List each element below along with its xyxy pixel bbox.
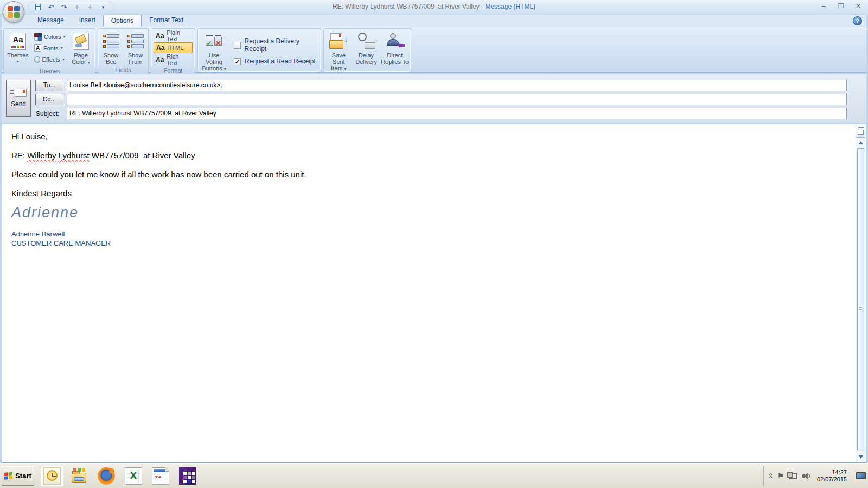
group-label-themes: Themes bbox=[4, 67, 95, 75]
plain-text-icon: Aa bbox=[156, 32, 164, 40]
themes-icon: Aa bbox=[10, 33, 26, 50]
start-button[interactable]: Start bbox=[2, 466, 34, 486]
close-button[interactable]: ✕ bbox=[853, 2, 864, 10]
taskbar-grid-app-button[interactable] bbox=[176, 466, 199, 486]
signature-title: CUSTOMER CARE MANAGER bbox=[11, 239, 844, 248]
taskbar-firefox-button[interactable] bbox=[95, 466, 118, 486]
group-label-fields: Fields bbox=[98, 66, 148, 74]
subject-field[interactable]: RE: Willerby Lydhurst WB7757/009 at Rive… bbox=[67, 108, 847, 119]
cc-button[interactable]: Cc... bbox=[35, 94, 63, 105]
ribbon: Aa Themes ▾ Colors▾ A Fonts▾ Effe bbox=[2, 27, 866, 73]
cc-field[interactable] bbox=[67, 94, 847, 105]
tab-options[interactable]: Options bbox=[103, 15, 142, 27]
send-icon bbox=[10, 89, 27, 98]
taskbar: Start X 9:4 ^^ ⚑ bbox=[0, 463, 868, 488]
taskbar-report-app-button[interactable]: 9:4 bbox=[149, 466, 172, 486]
save-sent-item-icon: ↓ bbox=[329, 33, 348, 50]
request-read-receipt-checkbox[interactable]: ✓ Request a Read Receipt bbox=[234, 57, 319, 65]
system-tray: ^^ ⚑ 14:27 02/07/2015 bbox=[763, 466, 868, 486]
effects-icon bbox=[34, 56, 40, 63]
page-color-icon bbox=[73, 33, 89, 50]
outlook-message-window: ↶ ↷ ▾ RE: Willerby Lydhurst WB7757/009 a… bbox=[0, 0, 868, 488]
dropdown-arrow-icon: ▾ bbox=[17, 59, 19, 65]
signature-script: Adrienne bbox=[11, 208, 844, 217]
delay-delivery-button[interactable]: Delay Delivery bbox=[354, 30, 379, 73]
report-app-icon: 9:4 bbox=[152, 467, 169, 485]
folder-icon bbox=[71, 467, 88, 485]
windows-logo-icon bbox=[4, 472, 13, 480]
request-delivery-receipt-checkbox[interactable]: Request a Delivery Receipt bbox=[234, 37, 319, 53]
show-from-button[interactable]: Show From bbox=[124, 30, 146, 65]
rich-text-icon: Aa bbox=[156, 56, 164, 63]
body-paragraph: Kindest Regards bbox=[11, 189, 844, 198]
ribbon-tab-row: Message Insert Options Format Text ? bbox=[2, 15, 866, 27]
office-logo-icon bbox=[8, 6, 20, 18]
excel-icon: X bbox=[125, 467, 142, 485]
taskbar-excel-button[interactable]: X bbox=[122, 466, 145, 486]
body-paragraph: RE: Willerby Lydhurst WB7757/009 at Rive… bbox=[11, 151, 844, 160]
tray-date: 02/07/2015 bbox=[817, 476, 847, 483]
message-body[interactable]: Hi Louise, RE: Willerby Lydhurst WB7757/… bbox=[2, 124, 866, 463]
volume-icon[interactable] bbox=[802, 473, 810, 479]
delivery-receipt-checkbox-box[interactable] bbox=[234, 42, 240, 49]
tab-format-text[interactable]: Format Text bbox=[142, 15, 191, 27]
direct-replies-to-button[interactable]: ⬅ Direct Replies To bbox=[380, 30, 409, 73]
restore-button[interactable]: ❐ bbox=[835, 2, 846, 10]
tray-clock[interactable]: 14:27 02/07/2015 bbox=[817, 469, 847, 483]
show-desktop-icon bbox=[856, 472, 866, 479]
taskbar-explorer-button[interactable] bbox=[68, 466, 91, 486]
show-from-icon bbox=[127, 33, 144, 49]
group-format: Aa Plain Text Aa HTML Aa Rich Text Forma… bbox=[151, 28, 195, 72]
ruler-icon bbox=[858, 130, 864, 135]
titlebar: ↶ ↷ ▾ RE: Willerby Lydhurst WB7757/009 a… bbox=[0, 0, 868, 15]
tab-insert[interactable]: Insert bbox=[72, 15, 103, 27]
minimize-button[interactable]: – bbox=[818, 2, 829, 10]
help-icon[interactable]: ? bbox=[853, 16, 862, 25]
outlook-icon bbox=[43, 467, 61, 485]
html-format-icon: Aa bbox=[156, 44, 164, 52]
group-label-format: Format bbox=[151, 67, 195, 74]
themes-button[interactable]: Aa Themes ▾ bbox=[5, 30, 30, 66]
rich-text-button[interactable]: Aa Rich Text bbox=[154, 54, 193, 65]
group-tracking: ✓✕ Use Voting Buttons ▾ Request a Delive… bbox=[197, 28, 321, 72]
taskbar-outlook-button[interactable] bbox=[41, 466, 63, 486]
body-paragraph: Hi Louise, bbox=[11, 132, 844, 142]
effects-button[interactable]: Effects▾ bbox=[33, 54, 66, 65]
send-button[interactable]: Send bbox=[6, 80, 31, 117]
fonts-icon: A bbox=[34, 44, 41, 52]
quick-launch-bar: X 9:4 bbox=[41, 466, 199, 486]
read-receipt-checkbox-box[interactable]: ✓ bbox=[234, 58, 241, 65]
scroll-down-arrow[interactable] bbox=[856, 452, 865, 461]
vertical-scrollbar[interactable] bbox=[856, 125, 865, 461]
html-format-button[interactable]: Aa HTML bbox=[154, 42, 193, 53]
firefox-icon bbox=[98, 467, 115, 485]
direct-replies-icon: ⬅ bbox=[386, 33, 404, 50]
grid-app-icon bbox=[179, 467, 196, 485]
window-title: RE: Willerby Lydhurst WB7757/009 at Rive… bbox=[0, 3, 868, 10]
office-button[interactable] bbox=[3, 1, 24, 23]
delay-delivery-icon bbox=[357, 33, 375, 50]
group-more-options: ↓ Save Sent Item ▾ Delay Delivery ⬅ bbox=[323, 28, 411, 72]
show-desktop-button[interactable] bbox=[855, 467, 867, 485]
action-center-flag-icon[interactable]: ⚑ bbox=[777, 472, 784, 480]
plain-text-button[interactable]: Aa Plain Text bbox=[154, 30, 193, 41]
to-field[interactable]: Louise Bell <louise@southerncountiesleis… bbox=[67, 80, 847, 91]
body-text[interactable]: Hi Louise, RE: Willerby Lydhurst WB7757/… bbox=[11, 132, 844, 248]
save-sent-item-button[interactable]: ↓ Save Sent Item ▾ bbox=[326, 30, 352, 73]
subject-label: Subject: bbox=[36, 110, 59, 118]
colors-button[interactable]: Colors▾ bbox=[33, 31, 66, 42]
scrollbar-thumb[interactable] bbox=[857, 148, 864, 451]
scroll-up-arrow[interactable] bbox=[856, 138, 865, 147]
group-themes: Aa Themes ▾ Colors▾ A Fonts▾ Effe bbox=[3, 28, 95, 72]
fonts-button[interactable]: A Fonts▾ bbox=[33, 43, 66, 53]
network-icon[interactable] bbox=[789, 473, 797, 479]
use-voting-buttons-button[interactable]: ✓✕ Use Voting Buttons ▾ bbox=[200, 30, 228, 73]
view-ruler-button[interactable] bbox=[856, 125, 865, 138]
hidden-icons-chevron-icon[interactable]: ^^ bbox=[769, 473, 772, 479]
to-button[interactable]: To... bbox=[35, 80, 63, 91]
message-header: Send To... Louise Bell <louise@southernc… bbox=[2, 74, 866, 123]
colors-icon bbox=[34, 33, 42, 41]
tab-message[interactable]: Message bbox=[30, 15, 72, 27]
page-color-button[interactable]: Page Color ▾ bbox=[68, 30, 93, 66]
show-bcc-button[interactable]: Show Bcc bbox=[100, 30, 122, 65]
